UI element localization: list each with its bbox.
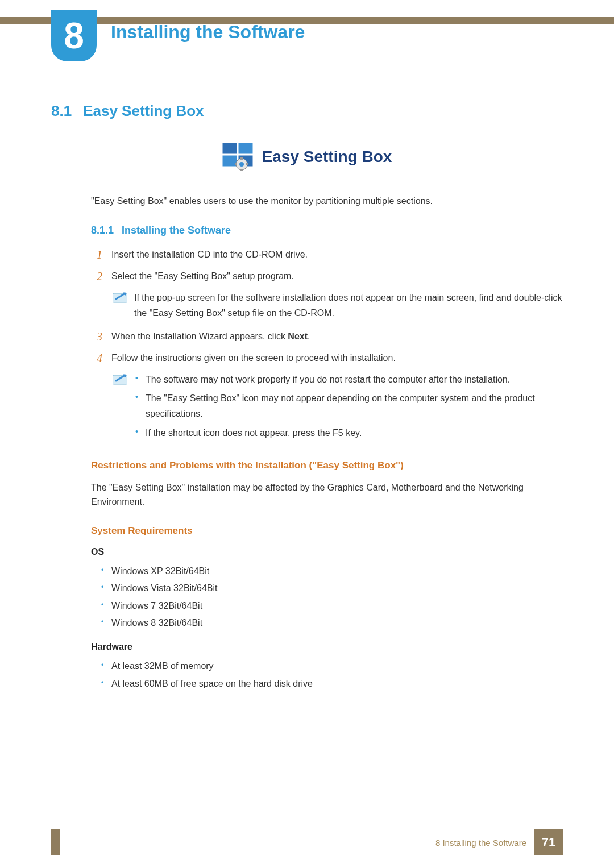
note-bullets: The software may not work properly if yo… — [134, 372, 563, 444]
note-bullet: The software may not work properly if yo… — [134, 372, 563, 387]
step-text: When the Installation Wizard appears, cl… — [111, 329, 563, 344]
step-text-bold: Next — [288, 331, 308, 341]
os-list: Windows XP 32Bit/64Bit Windows Vista 32B… — [91, 563, 563, 632]
note-block: The software may not work properly if yo… — [113, 372, 563, 444]
step-number: 1 — [97, 247, 111, 263]
step-number: 4 — [97, 350, 111, 366]
footer-chapter-ref: 8 Installing the Software — [435, 838, 526, 848]
note-text: If the pop-up screen for the software in… — [134, 290, 563, 321]
footer-rule — [51, 827, 563, 827]
svg-rect-7 — [240, 169, 243, 171]
chapter-number: 8 — [64, 15, 84, 57]
restrictions-text: The "Easy Setting Box" installation may … — [91, 480, 563, 509]
list-item: At least 60MB of free space on the hard … — [101, 675, 563, 692]
chapter-title: Installing the Software — [111, 22, 305, 43]
os-label: OS — [91, 547, 563, 557]
section-title: Easy Setting Box — [83, 102, 204, 119]
note-bullet: The "Easy Setting Box" icon may not appe… — [134, 391, 563, 421]
step-text-pre: When the Installation Wizard appears, cl… — [111, 331, 288, 341]
step-text-post: . — [308, 331, 310, 341]
step-text: Insert the installation CD into the CD-R… — [111, 247, 563, 262]
intro-paragraph: "Easy Setting Box" enables users to use … — [91, 194, 563, 209]
note-icon — [113, 373, 127, 385]
restrictions-heading: Restrictions and Problems with the Insta… — [91, 460, 563, 471]
svg-rect-8 — [235, 163, 237, 165]
subsection-number: 8.1.1 — [91, 225, 114, 236]
section-number: 8.1 — [51, 102, 72, 119]
page-content: 8.1Easy Setting Box Easy Setting Box "Ea… — [51, 102, 563, 692]
list-item: Windows 7 32Bit/64Bit — [101, 597, 563, 614]
hardware-list: At least 32MB of memory At least 60MB of… — [91, 658, 563, 692]
subsection-heading: 8.1.1Installing the Software — [91, 225, 563, 236]
list-item: Windows XP 32Bit/64Bit — [101, 563, 563, 580]
step-3: 3 When the Installation Wizard appears, … — [97, 329, 563, 344]
hardware-label: Hardware — [91, 642, 563, 652]
svg-rect-0 — [222, 143, 237, 154]
step-text: Select the "Easy Setting Box" setup prog… — [111, 268, 563, 284]
list-item: Windows 8 32Bit/64Bit — [101, 614, 563, 632]
list-item: Windows Vista 32Bit/64Bit — [101, 580, 563, 597]
svg-rect-9 — [246, 163, 248, 165]
product-logo: Easy Setting Box — [51, 143, 563, 171]
note-icon — [113, 291, 127, 304]
step-4: 4 Follow the instructions given on the s… — [97, 350, 563, 366]
svg-point-5 — [239, 162, 244, 167]
section-heading: 8.1Easy Setting Box — [51, 102, 563, 120]
page-footer: 8 Installing the Software 71 — [435, 829, 563, 855]
step-2: 2 Select the "Easy Setting Box" setup pr… — [97, 268, 563, 284]
note-block: If the pop-up screen for the software in… — [113, 290, 563, 321]
footer-page-number: 71 — [542, 835, 555, 850]
step-text: Follow the instructions given on the scr… — [111, 350, 563, 366]
list-item: At least 32MB of memory — [101, 658, 563, 675]
footer-page-box: 71 — [534, 829, 563, 855]
footer-left-stripe — [51, 829, 60, 855]
svg-rect-6 — [240, 157, 243, 160]
step-1: 1 Insert the installation CD into the CD… — [97, 247, 563, 263]
svg-rect-1 — [238, 143, 253, 154]
chapter-badge: 8 — [51, 10, 97, 61]
step-number: 3 — [97, 329, 111, 344]
note-bullet: If the shortcut icon does not appear, pr… — [134, 425, 563, 441]
easy-setting-box-icon — [222, 143, 254, 171]
sysreq-heading: System Requirements — [91, 525, 563, 537]
step-number: 2 — [97, 268, 111, 284]
product-name: Easy Setting Box — [262, 148, 392, 166]
subsection-title: Installing the Software — [122, 225, 231, 236]
